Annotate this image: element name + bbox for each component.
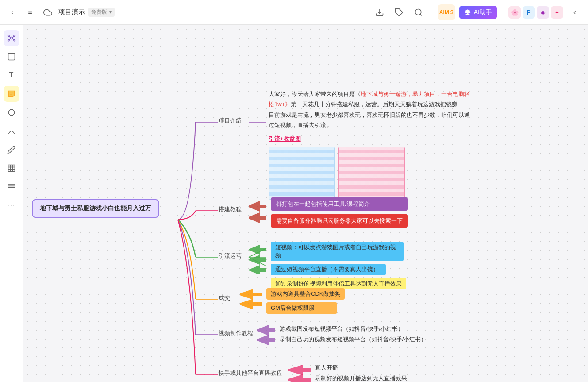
svg-point-3 (10, 37, 12, 39)
svg-line-8 (9, 36, 11, 38)
collapse-button[interactable]: ‹ (567, 4, 583, 20)
list-tool[interactable] (4, 179, 19, 195)
toolbar: ‹ ≡ 项目演示 免费版 ▾ AIM $ AI助手 (0, 0, 588, 25)
download-button[interactable] (372, 4, 388, 20)
plugin3-icon[interactable]: ◈ (537, 6, 549, 19)
svg-rect-12 (8, 54, 15, 60)
branch3-item2: 通过短视频平台直播（不需要真人出镜） (271, 264, 386, 275)
svg-line-2 (420, 14, 422, 15)
more-tool[interactable]: ··· (4, 197, 19, 213)
mindmap-tool[interactable] (4, 30, 19, 46)
central-node-text: 地下城与勇士私服游戏小白也能月入过万 (40, 205, 151, 212)
note-tool[interactable] (4, 86, 19, 102)
svg-marker-43 (257, 335, 275, 345)
divider3 (503, 7, 503, 18)
branch3-arrow (249, 243, 266, 275)
branch6-content: 真人开播 录制好的视频开播达到无人直播效果 (315, 364, 407, 382)
svg-point-15 (8, 109, 14, 115)
svg-marker-41 (240, 299, 262, 309)
branch-label-3: 引流运营 (219, 252, 242, 260)
ai-assistant-button[interactable]: AI助手 (459, 6, 497, 19)
branch4-item2: GM后台做权限服 (266, 302, 337, 314)
svg-line-9 (12, 36, 14, 38)
svg-point-6 (8, 39, 9, 41)
branch6-item1: 真人开播 (315, 364, 407, 372)
svg-marker-42 (257, 325, 275, 336)
aim-label: AIM $ (439, 9, 453, 15)
canvas: 地下城与勇士私服游戏小白也能月入过万 项目介绍 大家好，今天给大家带来的项目是《… (23, 25, 588, 382)
tag-button[interactable] (391, 4, 407, 20)
svg-rect-16 (8, 165, 15, 172)
shape-tool[interactable] (4, 104, 19, 120)
table-tool[interactable] (4, 160, 19, 176)
branch4-item1: 游戏内道具整合CDK做抽奖 (266, 288, 345, 300)
branch-label-2: 搭建教程 (219, 205, 242, 213)
svg-marker-36 (249, 212, 266, 223)
branch-label-1: 项目介绍 (219, 117, 242, 125)
plugin2-icon[interactable]: P (523, 6, 535, 19)
branch2-item1: 都打包在一起包括使用工具/课程简介 (271, 197, 408, 211)
svg-line-11 (12, 39, 14, 40)
branch5-arrow (257, 324, 275, 348)
svg-marker-39 (249, 265, 266, 274)
svg-marker-44 (288, 365, 311, 375)
title-area: 项目演示 免费版 ▾ (58, 8, 361, 17)
svg-marker-35 (249, 201, 266, 212)
menu-button[interactable]: ≡ (23, 5, 37, 19)
branch1-text: 大家好，今天给大家带来的项目是《地下城与勇士端游，暴力项目，一台电脑轻 松1w+… (269, 89, 470, 131)
branch6-item2: 录制好的视频开播达到无人直播效果 (315, 374, 407, 382)
branch-label-6: 快手或其他平台直播教程 (219, 369, 282, 377)
branch3-content: 短视频：可以发点游戏图片或者自己玩游戏的视频 通过短视频平台直播（不需要真人出镜… (271, 242, 406, 289)
pen-tool[interactable] (4, 142, 19, 158)
branch1-content: 大家好，今天给大家带来的项目是《地下城与勇士端游，暴力项目，一台电脑轻 松1w+… (269, 89, 470, 200)
branch2-item2: 需要自备服务器腾讯云服务器大家可以去搜索一下 (271, 214, 408, 228)
svg-point-4 (8, 35, 9, 36)
search-button[interactable] (411, 4, 427, 20)
image-right[interactable] (338, 147, 405, 200)
plugin1-icon[interactable]: 🌸 (508, 6, 521, 19)
ai-label: AI助手 (474, 8, 492, 16)
branch-label-4: 成交 (219, 294, 230, 302)
image-left[interactable] (269, 147, 335, 200)
doc-title: 项目演示 (58, 8, 85, 16)
branch5-item2: 录制自己玩的视频发布短视频平台（如抖音/快手/小红书） (280, 336, 427, 343)
svg-marker-45 (288, 374, 311, 382)
back-button[interactable]: ‹ (5, 5, 19, 19)
branch5-item1: 游戏截图发布短视频平台（如抖音/快手/小红书） (280, 325, 427, 333)
plugin-icons: 🌸 P ◈ ✦ (508, 6, 563, 19)
line-tool[interactable] (4, 123, 19, 139)
branch3-item1: 短视频：可以发点游戏图片或者自己玩游戏的视频 (271, 242, 404, 261)
text-tool[interactable]: T (4, 67, 19, 83)
branch4-content: 游戏内道具整合CDK做抽奖 GM后台做权限服 (266, 288, 345, 314)
branch4-arrow (240, 288, 262, 312)
svg-marker-38 (249, 255, 266, 265)
branch-label-5: 视频制作教程 (219, 329, 253, 337)
divider2 (432, 7, 432, 18)
svg-marker-40 (240, 289, 262, 300)
cloud-button[interactable] (41, 5, 55, 19)
plugin4-icon[interactable]: ✦ (551, 6, 563, 19)
version-badge: 免费版 ▾ (88, 8, 115, 17)
svg-point-5 (14, 35, 15, 36)
svg-point-7 (14, 39, 15, 41)
svg-point-1 (415, 9, 421, 15)
branch1-image-section: 引流+收益图 (269, 135, 470, 200)
divider1 (366, 7, 366, 18)
frame-tool[interactable] (4, 49, 19, 65)
image-section-title: 引流+收益图 (269, 135, 470, 143)
left-sidebar: T ··· (0, 25, 23, 382)
branch5-content: 游戏截图发布短视频平台（如抖音/快手/小红书） 录制自己玩的视频发布短视频平台（… (280, 325, 427, 343)
branch6-arrow (288, 364, 311, 382)
branch2-arrow (249, 201, 266, 225)
central-node[interactable]: 地下城与勇士私服游戏小白也能月入过万 (32, 199, 159, 218)
image-container (269, 147, 470, 200)
aim-icon-button[interactable]: AIM $ (438, 4, 455, 20)
branch2-content: 都打包在一起包括使用工具/课程简介 需要自备服务器腾讯云服务器大家可以去搜索一下 (271, 197, 408, 228)
svg-marker-37 (249, 245, 266, 255)
mindmap: 地下城与勇士私服游戏小白也能月入过万 项目介绍 大家好，今天给大家带来的项目是《… (23, 47, 588, 382)
svg-line-10 (9, 39, 11, 40)
